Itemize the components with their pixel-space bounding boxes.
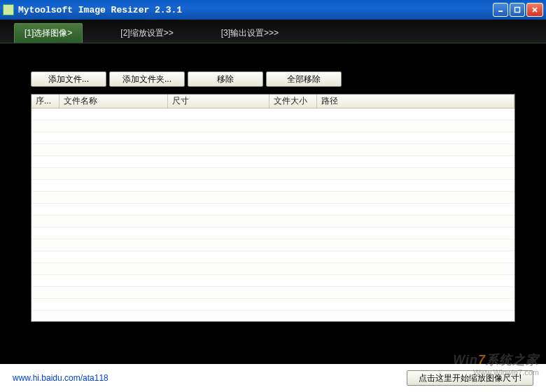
table-row[interactable] <box>31 287 514 299</box>
table-row[interactable] <box>31 299 514 311</box>
table-row[interactable] <box>31 251 514 263</box>
table-row[interactable] <box>31 227 514 239</box>
table-row[interactable] <box>31 156 514 168</box>
table-row[interactable] <box>31 263 514 275</box>
website-link[interactable]: www.hi.baidu.com/ata118 <box>13 373 108 383</box>
table-row[interactable] <box>31 239 514 251</box>
table-header: 序... 文件名称 尺寸 文件大小 路径 <box>31 94 514 108</box>
table-row[interactable] <box>31 192 514 204</box>
svg-rect-1 <box>515 8 520 13</box>
col-filename-label: 文件名称 <box>64 95 97 107</box>
content-panel: 添加文件... 添加文件夹... 移除 全部移除 序... 文件名称 尺寸 文件… <box>0 43 546 336</box>
window-title: Mytoolsoft Image Resizer 2.3.1 <box>18 5 493 15</box>
file-toolbar: 添加文件... 添加文件夹... 移除 全部移除 <box>31 71 515 87</box>
file-table: 序... 文件名称 尺寸 文件大小 路径 <box>31 94 515 322</box>
col-index-label: 序... <box>36 95 51 107</box>
table-row[interactable] <box>31 275 514 287</box>
table-row[interactable] <box>31 120 514 132</box>
footer: www.hi.baidu.com/ata118 点击这里开始缩放图像尺寸! <box>0 364 546 392</box>
remove-all-button[interactable]: 全部移除 <box>266 71 342 87</box>
table-row[interactable] <box>31 108 514 120</box>
col-size[interactable]: 尺寸 <box>168 94 270 108</box>
table-row[interactable] <box>31 132 514 144</box>
table-row[interactable] <box>31 204 514 216</box>
close-button[interactable] <box>526 3 543 17</box>
col-filesize[interactable]: 文件大小 <box>270 94 317 108</box>
add-file-button[interactable]: 添加文件... <box>31 71 106 87</box>
tab-select-image[interactable]: [1]选择图像> <box>14 23 83 43</box>
app-body: [1]选择图像> [2]缩放设置>> [3]输出设置>>> 添加文件... 添加… <box>0 20 546 364</box>
col-path-label: 路径 <box>321 95 338 107</box>
tab-output-settings[interactable]: [3]输出设置>>> <box>211 23 288 43</box>
table-row[interactable] <box>31 144 514 156</box>
col-filename[interactable]: 文件名称 <box>59 94 168 108</box>
remove-button[interactable]: 移除 <box>188 71 263 87</box>
table-row[interactable] <box>31 168 514 180</box>
minimize-button[interactable] <box>493 3 508 17</box>
window-controls <box>493 3 543 17</box>
col-filesize-label: 文件大小 <box>274 95 307 107</box>
table-row[interactable] <box>31 180 514 192</box>
table-row[interactable] <box>31 216 514 227</box>
titlebar: Mytoolsoft Image Resizer 2.3.1 <box>0 0 546 20</box>
add-folder-button[interactable]: 添加文件夹... <box>109 71 185 87</box>
col-path[interactable]: 路径 <box>317 94 514 108</box>
maximize-button[interactable] <box>510 3 525 17</box>
col-size-label: 尺寸 <box>172 95 189 107</box>
col-index[interactable]: 序... <box>31 94 59 108</box>
step-tabs: [1]选择图像> [2]缩放设置>> [3]输出设置>>> <box>0 20 546 43</box>
start-resize-button[interactable]: 点击这里开始缩放图像尺寸! <box>407 370 533 386</box>
table-row[interactable] <box>31 311 514 321</box>
tab-resize-settings[interactable]: [2]缩放设置>> <box>111 23 183 43</box>
table-body[interactable] <box>31 108 514 321</box>
app-icon <box>3 4 14 15</box>
